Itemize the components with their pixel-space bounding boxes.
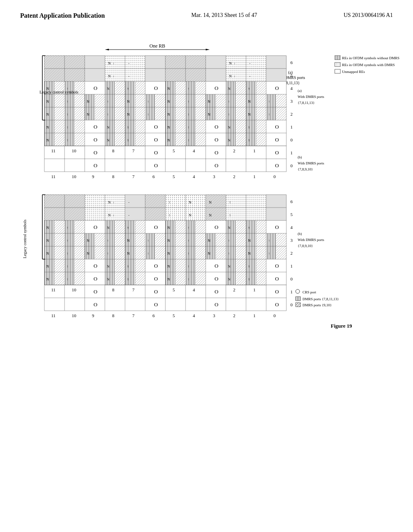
svg-rect-441 xyxy=(226,246,236,259)
svg-text:N: N xyxy=(46,239,49,243)
svg-text:O: O xyxy=(215,263,218,269)
svg-rect-425 xyxy=(65,246,75,259)
svg-rect-30 xyxy=(65,69,85,81)
svg-rect-444 xyxy=(256,246,266,259)
svg-text:Unmapped REs: Unmapped REs xyxy=(342,70,365,74)
svg-rect-477 xyxy=(226,259,236,272)
svg-rect-405 xyxy=(226,233,236,246)
svg-rect-438 xyxy=(196,246,206,259)
svg-rect-437 xyxy=(186,246,196,259)
svg-text:DMRS ports {7,8,11,13}: DMRS ports {7,8,11,13} xyxy=(302,297,339,301)
svg-text:↑: ↑ xyxy=(188,87,190,91)
svg-text:N: N xyxy=(248,100,251,104)
svg-text:N: N xyxy=(167,100,170,104)
svg-rect-29 xyxy=(44,69,65,81)
svg-text:O: O xyxy=(94,289,97,295)
svg-text:N: N xyxy=(108,61,111,65)
svg-rect-266 xyxy=(335,69,340,73)
svg-text:0: 0 xyxy=(273,313,276,318)
svg-text:7: 7 xyxy=(132,174,135,179)
svg-rect-132 xyxy=(216,107,226,120)
svg-rect-79 xyxy=(44,94,54,107)
svg-rect-16 xyxy=(145,56,165,69)
svg-text:0: 0 xyxy=(290,302,293,307)
svg-text:↑: ↑ xyxy=(107,112,109,116)
svg-rect-151 xyxy=(44,120,54,133)
svg-text:(b): (b) xyxy=(298,155,302,159)
svg-rect-90 xyxy=(155,94,165,107)
svg-text:N: N xyxy=(167,87,170,91)
svg-text:N: N xyxy=(167,277,170,281)
svg-rect-480 xyxy=(256,259,266,272)
svg-rect-136 xyxy=(256,107,266,120)
svg-rect-427 xyxy=(85,246,95,259)
svg-text:↑: ↑ xyxy=(188,251,190,256)
svg-text:↑: ↑ xyxy=(228,112,230,116)
svg-text:N: N xyxy=(208,100,211,104)
svg-text:O: O xyxy=(94,124,97,130)
svg-text:1: 1 xyxy=(290,289,293,294)
svg-rect-397 xyxy=(145,233,155,246)
svg-text:↑: ↑ xyxy=(107,239,109,243)
svg-rect-158 xyxy=(115,120,125,133)
svg-text:↑: ↑ xyxy=(67,239,69,243)
svg-rect-129 xyxy=(186,107,196,120)
svg-rect-445 xyxy=(266,246,276,259)
svg-rect-355 xyxy=(44,220,54,233)
svg-text:O: O xyxy=(275,276,279,282)
svg-rect-262 xyxy=(335,56,340,60)
figure-number: Figure 19 xyxy=(331,323,352,329)
svg-rect-403 xyxy=(206,233,216,246)
svg-text:(b): (b) xyxy=(298,232,302,236)
svg-text:N: N xyxy=(248,251,251,256)
svg-text:6: 6 xyxy=(290,60,293,65)
svg-text:3: 3 xyxy=(290,238,293,243)
svg-text:O: O xyxy=(154,224,158,230)
svg-text:11: 11 xyxy=(51,174,56,179)
svg-rect-183 xyxy=(44,133,54,146)
svg-text:N: N xyxy=(167,226,170,230)
svg-text:4: 4 xyxy=(193,313,195,318)
svg-rect-512 xyxy=(256,272,266,285)
svg-rect-13 xyxy=(85,56,105,69)
header-date: Mar. 14, 2013 Sheet 15 of 47 xyxy=(191,12,257,19)
svg-rect-617 xyxy=(296,297,300,301)
svg-text:O: O xyxy=(94,276,97,282)
svg-rect-506 xyxy=(196,272,206,285)
svg-rect-190 xyxy=(115,133,125,146)
svg-text:8: 8 xyxy=(112,148,115,153)
svg-text:3: 3 xyxy=(213,313,215,318)
svg-text:↑: ↑ xyxy=(147,112,149,116)
svg-text:N: N xyxy=(107,138,110,142)
svg-text:8: 8 xyxy=(112,174,115,179)
svg-rect-493 xyxy=(65,272,75,285)
svg-rect-154 xyxy=(75,120,85,133)
svg-text:↑: ↑ xyxy=(107,100,109,104)
svg-rect-443 xyxy=(246,246,256,259)
svg-text:↑: ↑ xyxy=(228,251,230,256)
svg-text:N: N xyxy=(228,87,231,91)
svg-rect-375 xyxy=(246,220,256,233)
svg-rect-137 xyxy=(266,107,276,120)
svg-text:O: O xyxy=(275,162,279,168)
svg-rect-201 xyxy=(226,133,236,146)
svg-text:O: O xyxy=(275,224,279,230)
svg-text:-: - xyxy=(128,74,129,78)
svg-text:↑: ↑ xyxy=(169,200,171,204)
svg-text:↑: ↑ xyxy=(127,125,129,129)
svg-text:N: N xyxy=(167,138,170,142)
svg-rect-461 xyxy=(65,259,75,272)
svg-text:↑: ↑ xyxy=(169,213,171,217)
svg-text:Legacy control symbols: Legacy control symbols xyxy=(40,90,78,94)
svg-rect-439 xyxy=(206,246,216,259)
svg-text:4: 4 xyxy=(193,287,195,292)
svg-text:N: N xyxy=(209,213,212,217)
svg-text:↑: ↑ xyxy=(113,75,115,78)
svg-rect-135 xyxy=(246,107,256,120)
svg-text:4: 4 xyxy=(290,225,293,230)
svg-text:↑: ↑ xyxy=(248,138,250,142)
svg-text:↑: ↑ xyxy=(228,100,230,104)
svg-text:1: 1 xyxy=(290,264,293,268)
svg-text:O: O xyxy=(275,289,279,295)
svg-rect-364 xyxy=(135,220,145,233)
